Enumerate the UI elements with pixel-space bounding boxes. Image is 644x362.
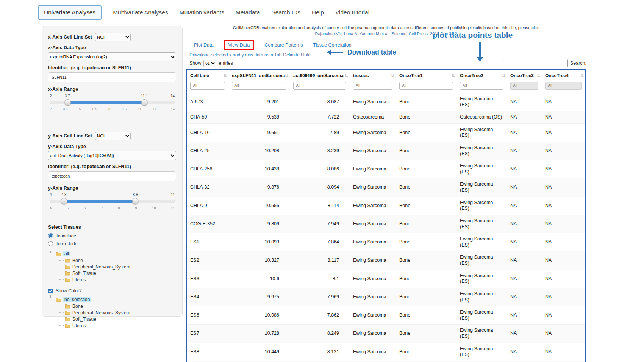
exclude-radio[interactable]: [48, 241, 53, 246]
tree-root-row[interactable]: all: [50, 250, 176, 257]
tab-help[interactable]: Help: [312, 9, 324, 16]
tree-item[interactable]: Peripheral_Nervous_System: [59, 264, 176, 270]
tree-root-row[interactable]: no_selection: [50, 296, 176, 303]
include-radio-label: To include: [56, 233, 76, 239]
column-header[interactable]: expSLFN11_uniSarcoma: [228, 70, 290, 81]
search-input[interactable]: [503, 59, 568, 67]
slider-track[interactable]: [50, 200, 175, 203]
sort-icon[interactable]: [285, 73, 288, 78]
tissues-exclude-radio-row[interactable]: To exclude: [48, 240, 176, 248]
sort-icon[interactable]: [537, 73, 540, 78]
show-color-checkbox[interactable]: [48, 289, 53, 293]
sort-icon[interactable]: [345, 73, 348, 78]
filter-oncotree3[interactable]: [510, 82, 538, 90]
tab-multivariate-analyses[interactable]: Multivariate Analyses: [113, 9, 168, 16]
table-row[interactable]: CHLA-25 10.208 8.239 Ewing Sarcoma Bone …: [187, 142, 585, 160]
column-header[interactable]: OncoTree4: [542, 70, 585, 81]
x-slider-handle-low[interactable]: [64, 99, 71, 106]
column-header[interactable]: OncoTree2: [456, 70, 507, 81]
sort-icon[interactable]: [452, 73, 455, 78]
table-row[interactable]: ES8 10.449 8.121 Ewing Sarcoma Bone Ewin…: [187, 343, 585, 361]
x-axis-identifier-label: Identifier: (e.g. topotecan or SLFN11): [48, 65, 176, 70]
y-axis-cell-line-set-select[interactable]: NCI: [95, 132, 131, 140]
y-axis-identifier-label: Identifier: (e.g. topotecan or SLFN11): [48, 164, 176, 169]
column-header-label: expSLFN11_uniSarcoma: [232, 73, 285, 78]
y-axis-identifier-input[interactable]: [48, 171, 176, 181]
x-axis-data-type-select[interactable]: exp: mRNA Expression (log2): [48, 52, 176, 61]
filter-oncotree4[interactable]: [545, 82, 582, 90]
include-radio[interactable]: [48, 233, 53, 238]
filter-oncotree1[interactable]: [399, 82, 453, 90]
subtab-compare-patterns[interactable]: Compare Patterns: [264, 42, 303, 48]
filter-cell-line[interactable]: [190, 82, 225, 90]
y-axis-data-type-select[interactable]: act: Drug Activity (-log10[IC50M]): [48, 151, 176, 160]
y-slider-handle-low[interactable]: [61, 198, 67, 204]
tree-children: Bone Peripheral_Nervous_System Soft_Tiss…: [59, 303, 176, 329]
table-row[interactable]: A-673 9.201 8.087 Ewing Sarcoma Bone Ewi…: [187, 93, 585, 111]
table-row[interactable]: ES7 10.728 8.249 Ewing Sarcoma Bone Ewin…: [187, 325, 585, 343]
show-color-row[interactable]: Show Color?: [48, 288, 176, 293]
tab-univariate-analyses[interactable]: Univariate Analyses: [38, 5, 102, 20]
cell-line-value: CHA-59: [187, 111, 228, 124]
table-row[interactable]: CHA-59 9.538 7.722 Osteosarcoma Bone Ost…: [187, 111, 585, 124]
table-row[interactable]: CHLA-258 10.438 8.086 Ewing Sarcoma Bone…: [187, 160, 585, 178]
tissues-include-radio-row[interactable]: To include: [48, 232, 176, 240]
filter-oncotree2[interactable]: [460, 82, 503, 90]
subtab-view-data[interactable]: View Data: [228, 42, 250, 48]
tree-item[interactable]: Bone: [59, 257, 176, 264]
tree-item[interactable]: Uterus: [59, 276, 176, 283]
exp-value: 10.208: [228, 142, 290, 160]
tree-item[interactable]: Soft_Tissue: [59, 270, 176, 276]
table-row[interactable]: ES4 9.975 7.969 Ewing Sarcoma Bone Ewing…: [187, 288, 585, 306]
cell-line-value: A-673: [187, 93, 228, 111]
table-row[interactable]: ES3 10.6 8.1 Ewing Sarcoma Bone Ewing Sa…: [187, 270, 585, 288]
oncotree3-value: NA: [507, 160, 542, 178]
subtab-tissue-correlation[interactable]: Tissue Correlation: [313, 42, 352, 48]
sort-icon[interactable]: [580, 73, 584, 78]
table-row[interactable]: CHLA-32 9.876 8.094 Ewing Sarcoma Bone E…: [187, 178, 585, 197]
y-axis-range-slider[interactable]: 4 4.8 8.8 11 4567891011: [50, 193, 175, 214]
x-axis-identifier-input[interactable]: [48, 72, 176, 82]
column-header[interactable]: OncoTree3: [507, 70, 542, 81]
slider-track[interactable]: [50, 101, 175, 104]
column-header[interactable]: Cell Line: [187, 70, 228, 81]
column-header[interactable]: act609699_uniSarcoma: [290, 70, 350, 81]
tree-item[interactable]: Peripheral_Nervous_System: [59, 309, 176, 316]
filter-tissues[interactable]: [353, 82, 392, 90]
x-axis-cell-line-set-select[interactable]: NCI: [95, 33, 131, 41]
citation-reference-link[interactable]: Rajapakse.VN, Luna.A, Yamade.M et al. iS…: [186, 31, 586, 36]
filter-exp[interactable]: [232, 82, 286, 90]
tissue-value: Ewing Sarcoma: [350, 343, 396, 361]
tree-root-label[interactable]: no_selection: [63, 297, 91, 302]
column-header[interactable]: OncoTree1: [396, 70, 456, 81]
sort-icon[interactable]: [502, 73, 505, 78]
tab-video-tutorial[interactable]: Video tutorial: [335, 9, 369, 16]
sort-icon[interactable]: [224, 73, 227, 78]
table-row[interactable]: CHLA-10 9.651 7.89 Ewing Sarcoma Bone Ew…: [187, 123, 585, 142]
table-row[interactable]: COG-E-352 9.809 7.949 Ewing Sarcoma Bone…: [187, 215, 585, 233]
tab-metadata[interactable]: Metadata: [236, 9, 260, 16]
tissue-value: Ewing Sarcoma: [350, 160, 396, 178]
table-row[interactable]: CHLA-9 10.555 8.114 Ewing Sarcoma Bone E…: [187, 197, 585, 215]
tree-root-label[interactable]: all: [63, 251, 70, 256]
tab-mutation-variants[interactable]: Mutation variants: [180, 9, 224, 16]
entries-select[interactable]: 61: [203, 60, 216, 67]
filter-act[interactable]: [293, 82, 346, 90]
x-axis-range-slider[interactable]: 2 3.7 11.1 14 23.556.589.51112.514: [50, 94, 175, 115]
table-row[interactable]: ES2 10.327 8.117 Ewing Sarcoma Bone Ewin…: [187, 251, 585, 270]
download-tab-delimited-link[interactable]: Download selected x and y axis data as a…: [189, 52, 311, 58]
tree-item[interactable]: Soft_Tissue: [59, 316, 176, 322]
tree-item[interactable]: Uterus: [59, 322, 176, 329]
x-slider-handle-high[interactable]: [141, 99, 147, 106]
tree-item[interactable]: Bone: [59, 303, 176, 309]
cell-line-value: CHLA-25: [187, 142, 228, 160]
tree-item-label: Soft_Tissue: [72, 271, 96, 276]
sort-icon[interactable]: [391, 73, 394, 78]
subtab-plot-data[interactable]: Plot Data: [194, 42, 213, 48]
table-row[interactable]: ES1 10.093 7.864 Ewing Sarcoma Bone Ewin…: [187, 233, 585, 251]
column-header[interactable]: tissues: [350, 70, 396, 81]
table-row[interactable]: ES6 10.086 7.862 Ewing Sarcoma Bone Ewin…: [187, 306, 585, 325]
y-slider-handle-high[interactable]: [132, 198, 139, 204]
tab-search-ids[interactable]: Search IDs: [271, 9, 300, 16]
exp-value: 10.086: [228, 306, 290, 325]
